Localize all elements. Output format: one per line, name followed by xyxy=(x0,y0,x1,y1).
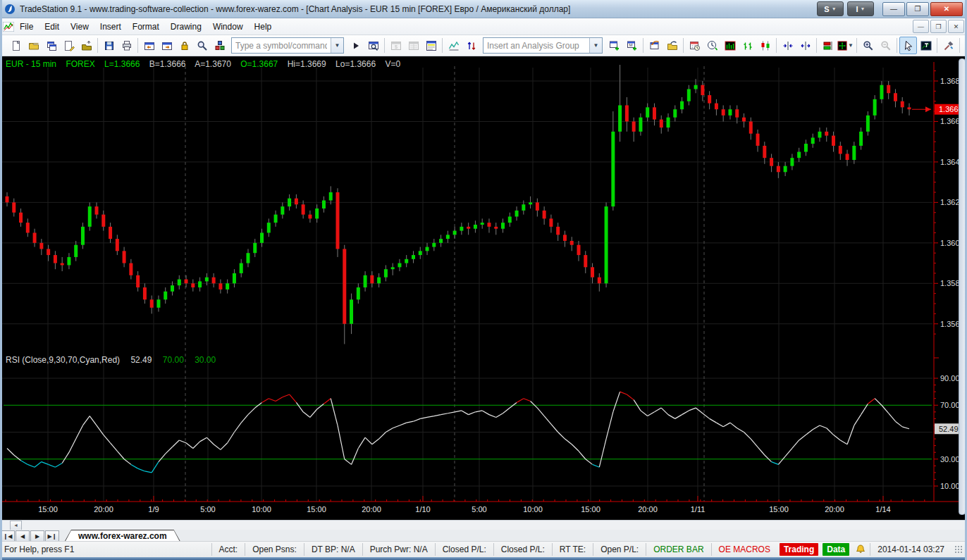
menu-item-drawing[interactable]: Drawing xyxy=(165,20,207,34)
pluswin-icon xyxy=(609,40,620,51)
order-bar-indicator[interactable]: ORDER BAR xyxy=(646,543,710,556)
symbol-search-button[interactable] xyxy=(193,37,211,54)
winL-icon xyxy=(144,40,155,51)
list-window-button[interactable] xyxy=(422,37,440,54)
close-button[interactable]: ✕ xyxy=(930,2,963,16)
workspaces-button[interactable] xyxy=(42,37,60,54)
rsi-line-segment xyxy=(593,464,600,467)
horizontal-scrollbar[interactable]: ◄ xyxy=(0,520,967,530)
menu-item-insert[interactable]: Insert xyxy=(94,20,127,34)
last-workspace-button[interactable]: ▶❙ xyxy=(45,530,59,542)
sort-updown-button[interactable] xyxy=(462,37,480,54)
menu-item-file[interactable]: File xyxy=(14,20,39,34)
toolbar-separator xyxy=(137,38,138,53)
low-label: Lo=1.3666 xyxy=(335,59,376,69)
ask-label: A=1.3670 xyxy=(195,59,231,69)
resize-grip[interactable] xyxy=(954,545,963,554)
insert-macro-button[interactable]: M xyxy=(623,37,641,54)
lock-button[interactable] xyxy=(175,37,193,54)
textchart-icon xyxy=(920,40,932,51)
menu-item-help[interactable]: Help xyxy=(249,20,278,34)
print-button[interactable] xyxy=(118,37,135,54)
alert-bell-icon[interactable] xyxy=(856,545,866,554)
rsi-axis-label: 70.00 xyxy=(940,401,960,409)
pointer-button[interactable] xyxy=(899,37,917,54)
symbol-lookup-button[interactable] xyxy=(364,37,382,54)
save-button[interactable] xyxy=(100,37,118,54)
first-workspace-button[interactable]: ❙◀ xyxy=(1,530,15,542)
close-workspace-button[interactable] xyxy=(78,37,95,54)
time-frame-button[interactable] xyxy=(703,37,721,54)
open-label: O=1.3667 xyxy=(240,59,278,69)
candlestick-button[interactable] xyxy=(756,37,774,54)
symbol-combobox[interactable]: ▼ xyxy=(231,37,344,54)
format-symbol-button[interactable] xyxy=(646,37,663,54)
zoom-in-button[interactable] xyxy=(859,37,877,54)
drawing-tools-button[interactable] xyxy=(940,37,957,54)
mdi-close-button[interactable]: ✕ xyxy=(948,20,964,33)
trading-status-badge[interactable]: Trading xyxy=(780,543,818,556)
rsi-line-segment xyxy=(55,463,62,467)
insert-analysis-button[interactable] xyxy=(605,37,623,54)
rsi-overbought-label: 70.00 xyxy=(163,355,184,365)
strategy-menu-button[interactable]: S▼ xyxy=(817,1,844,16)
chevron-down-icon[interactable]: ▼ xyxy=(331,38,343,53)
oe-macros-indicator[interactable]: OE MACROS xyxy=(711,543,777,556)
candle-body xyxy=(839,146,842,154)
quotes-window-button[interactable]: $ xyxy=(387,37,405,54)
rsi-line-segment xyxy=(524,399,531,402)
candle-body xyxy=(260,232,264,242)
previous-workspace-button[interactable]: ◀ xyxy=(16,530,30,542)
chart-canvas[interactable]: 1.36801.36601.36401.36201.36001.35801.35… xyxy=(0,56,967,520)
rsi-line-segment xyxy=(730,423,737,428)
rsi-line-segment xyxy=(689,408,696,411)
chart-analysis-button[interactable] xyxy=(445,37,462,54)
zoom-out-button[interactable] xyxy=(877,37,894,54)
menu-item-edit[interactable]: Edit xyxy=(39,20,65,34)
format-window-button[interactable] xyxy=(663,37,681,54)
rsi-line-segment xyxy=(579,451,586,459)
style-cubes-button[interactable] xyxy=(211,37,228,54)
rsi-line-segment xyxy=(531,402,538,409)
scale-range-button[interactable] xyxy=(819,37,837,54)
back-window-button[interactable] xyxy=(140,37,158,54)
analysis-group-input[interactable] xyxy=(484,38,589,53)
add-note-button[interactable] xyxy=(962,37,967,54)
decrease-spacing-button[interactable] xyxy=(779,37,796,54)
clock-icon xyxy=(707,40,718,51)
candle-body xyxy=(508,216,512,223)
rsi-line-segment xyxy=(345,459,352,465)
symbol-input[interactable] xyxy=(232,38,331,53)
increase-spacing-button[interactable] xyxy=(796,37,814,54)
text-label-button[interactable] xyxy=(917,37,935,54)
analysis-group-combobox[interactable]: ▼ xyxy=(483,37,603,54)
ohlc-bars-button[interactable] xyxy=(739,37,756,54)
new-workspace-button[interactable] xyxy=(7,37,25,54)
mdi-restore-button[interactable]: ❐ xyxy=(930,20,947,33)
save-workspace-button[interactable] xyxy=(60,37,78,54)
bars-window-button[interactable] xyxy=(721,37,739,54)
workspace-tab[interactable]: www.forex-warez.com xyxy=(65,530,180,541)
chevron-down-icon[interactable]: ▼ xyxy=(589,38,602,53)
menu-item-window[interactable]: Window xyxy=(207,20,249,34)
open-workspace-button[interactable] xyxy=(25,37,42,54)
forward-window-button[interactable] xyxy=(158,37,175,54)
next-workspace-button[interactable]: ▶ xyxy=(30,530,44,542)
menu-item-format[interactable]: Format xyxy=(127,20,165,34)
rgbars-icon xyxy=(823,40,834,51)
auto-center-button[interactable]: ▼ xyxy=(837,37,854,54)
vertical-scrollbar[interactable] xyxy=(959,58,966,515)
toolbar-separator xyxy=(856,38,857,53)
session-calendar-button[interactable] xyxy=(686,37,703,54)
mdi-minimize-button[interactable]: — xyxy=(913,20,929,33)
restore-button[interactable]: ❐ xyxy=(906,2,929,16)
rsi-line-segment xyxy=(627,394,634,400)
matrix-window-button[interactable] xyxy=(405,37,422,54)
run-command-button[interactable] xyxy=(347,37,364,54)
menu-item-view[interactable]: View xyxy=(65,20,94,34)
minimize-button[interactable]: — xyxy=(882,2,905,16)
data-status-badge[interactable]: Data xyxy=(823,543,849,556)
indicator-menu-button[interactable]: I▼ xyxy=(847,1,874,16)
candle-body xyxy=(901,101,904,108)
scroll-left-button[interactable]: ◄ xyxy=(10,521,22,530)
